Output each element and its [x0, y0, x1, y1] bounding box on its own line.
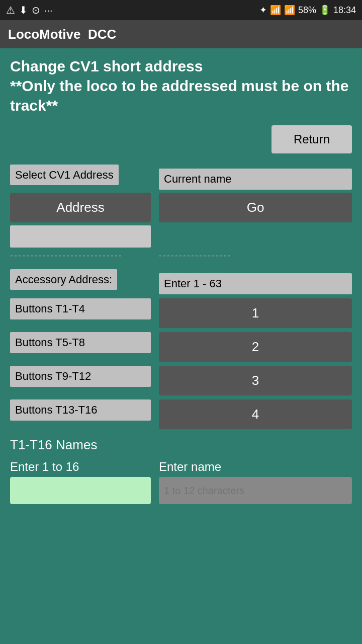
names-input-row: Enter 1 to 16 Enter name [10, 455, 352, 504]
title-bar: LocoMotive_DCC [0, 20, 362, 48]
status-icons-left: ⚠ ⬇ ⊙ ··· [6, 4, 53, 16]
address-input[interactable] [10, 225, 151, 248]
time-display: 18:34 [333, 5, 356, 16]
enter-range-label: Enter 1 - 63 [159, 273, 352, 294]
buttons-t9-t12-label: Buttons T9-T12 [10, 366, 151, 387]
dividers-row: ---------------------------- -----------… [10, 249, 352, 263]
buttons-t5-t8-label: Buttons T5-T8 [10, 332, 151, 353]
wifi-icon: 📶 [270, 5, 281, 16]
left-divider: ---------------------------- [10, 249, 151, 263]
warning-icon: ⚠ [6, 4, 15, 16]
circle-icon: ⊙ [32, 4, 40, 16]
value-4-button[interactable]: 4 [159, 399, 352, 429]
more-icon: ··· [44, 5, 53, 16]
enter-name-label: Enter name [159, 460, 352, 474]
go-button[interactable]: Go [159, 193, 352, 222]
header-line1: Change CV1 short address [10, 56, 352, 76]
buttons-t13-t16-label: Buttons T13-T16 [10, 399, 151, 421]
download-icon: ⬇ [19, 4, 28, 16]
enter-number-label: Enter 1 to 16 [10, 460, 151, 474]
return-button[interactable]: Return [272, 125, 352, 153]
address-button[interactable]: Address [10, 193, 151, 222]
t1-t16-names-label: T1-T16 Names [10, 437, 352, 453]
current-name-label: Current name [159, 169, 352, 190]
number-input[interactable] [10, 477, 151, 504]
accessory-row-1: Buttons T1-T4 1 [10, 298, 352, 328]
signal-icon: 📶 [284, 5, 295, 16]
return-row: Return [10, 125, 352, 153]
status-bar: ⚠ ⬇ ⊙ ··· ✦ 📶 📶 58% 🔋 18:34 [0, 0, 362, 20]
value-2-button[interactable]: 2 [159, 332, 352, 362]
accessory-address-label: Accessory Address: [10, 269, 117, 290]
name-input[interactable] [159, 477, 352, 504]
battery-icon: 🔋 [319, 5, 330, 16]
battery-label: 58% [298, 5, 316, 16]
cv1-buttons-row: Address Go [10, 193, 352, 222]
main-content: Change CV1 short address **Only the loco… [0, 48, 362, 515]
cv1-labels-row: Select CV1 Address Current name [10, 169, 352, 190]
buttons-t1-t4-label: Buttons T1-T4 [10, 298, 151, 319]
header-line2: **Only the loco to be addressed must be … [10, 76, 352, 115]
select-cv1-label: Select CV1 Address [10, 165, 119, 185]
bluetooth-icon: ✦ [259, 5, 267, 16]
value-1-button[interactable]: 1 [159, 298, 352, 328]
header-section: Change CV1 short address **Only the loco… [10, 56, 352, 115]
accessory-row-2: Buttons T5-T8 2 [10, 332, 352, 362]
value-3-button[interactable]: 3 [159, 366, 352, 395]
right-divider: ------------------ [159, 249, 352, 263]
status-icons-right: ✦ 📶 📶 58% 🔋 18:34 [259, 5, 356, 16]
accessory-row-3: Buttons T9-T12 3 [10, 366, 352, 395]
app-title: LocoMotive_DCC [8, 27, 116, 42]
cv1-input-row [10, 225, 352, 248]
accessory-row-4: Buttons T13-T16 4 [10, 399, 352, 429]
accessory-labels-row: Accessory Address: Enter 1 - 63 [10, 273, 352, 294]
